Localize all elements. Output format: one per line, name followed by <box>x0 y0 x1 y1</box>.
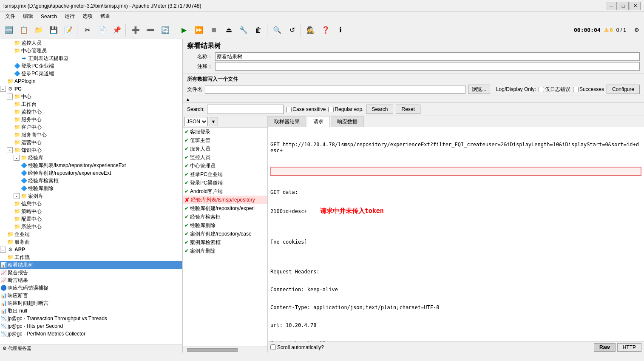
window-controls[interactable]: ─ □ ✕ <box>606 2 641 10</box>
start-button[interactable]: ▶ <box>177 23 191 37</box>
tree-node-peizhi[interactable]: 📁 配置中心 <box>0 215 182 223</box>
case-sensitive-checkbox[interactable] <box>286 107 292 112</box>
tree-node-response-assertion[interactable]: 📊 响应断言 <box>0 292 182 299</box>
tree-node-jpgc-throughput[interactable]: 📉 jp@gc - Transaction Throughput vs Thre… <box>0 315 182 322</box>
reset-search-button[interactable]: ↺ <box>285 23 299 37</box>
tree-node-jpgc-perfmon[interactable]: 📉 jp@gc - PerfMon Metrics Collector <box>0 330 182 338</box>
tree-node-pc[interactable]: - ⚙ PC <box>0 85 182 93</box>
regex-checkbox[interactable] <box>328 107 334 112</box>
menu-options[interactable]: 选项 <box>79 12 96 21</box>
tree-node-zhongxinguanliyuan[interactable]: 📁 中心管理员 <box>0 47 182 54</box>
list-item-android[interactable]: ✔ Android客户端 <box>183 187 267 196</box>
paste-button[interactable]: 📌 <box>110 23 124 37</box>
new-button[interactable]: 🆕 <box>2 23 16 37</box>
test-plan-tree[interactable]: 📁 监控人员 📁 中心管理员 ➡ 正则表达式提取器 🔷 登录PC企业端 🔷 <box>0 39 182 344</box>
tree-node-regex[interactable]: ➡ 正则表达式提取器 <box>0 54 182 62</box>
menu-help[interactable]: 帮助 <box>97 12 114 21</box>
successes-checkbox[interactable] <box>573 87 579 92</box>
list-item-anli-create[interactable]: ✔ 案例库创建/repository/case <box>183 230 267 238</box>
list-item-jingyanku-list-err[interactable]: ✘ 经验库列表/lsmsp/repository <box>183 196 267 204</box>
list-hscroll[interactable] <box>183 347 267 352</box>
search-input[interactable] <box>207 105 284 114</box>
remote-button[interactable]: ⚙ <box>631 25 642 36</box>
stop-button[interactable]: ⏹ <box>207 23 221 37</box>
tree-node-app[interactable]: - ⚙ APP <box>0 246 182 253</box>
tree-node-jingyanku-create[interactable]: 🔷 经验库创建/repository/experienceExt <box>0 169 182 177</box>
file-input[interactable] <box>205 85 465 94</box>
info-button[interactable]: ℹ <box>333 23 348 37</box>
toggle-button[interactable]: 🔄 <box>158 23 173 37</box>
tree-node-jingyanku-search[interactable]: 🔷 经验库检索框 <box>0 177 182 185</box>
scroll-up-icon[interactable]: ▲ <box>185 97 190 102</box>
clear-all-button[interactable]: 🗑 <box>251 23 266 37</box>
tree-node-pcqiye[interactable]: 🔷 登录PC企业端 <box>0 62 182 70</box>
tree-node-jiankonghongxin[interactable]: 📁 监控中心 <box>0 108 182 116</box>
tab-sampler-result[interactable]: 取样器结果 <box>268 116 306 127</box>
tree-node-jiankongrenyuan[interactable]: 📁 监控人员 <box>0 39 182 47</box>
tree-node-jpgc-hits[interactable]: 📉 jp@gc - Hits per Second <box>0 322 182 330</box>
tree-node-fuwushang[interactable]: 📁 服务商中心 <box>0 131 182 139</box>
list-item-fuwurenyuan[interactable]: ✔ 服务人员 <box>183 145 267 153</box>
browse-button[interactable]: 浏览... <box>468 85 490 94</box>
copy-button[interactable]: 📄 <box>95 23 109 37</box>
tree-expander[interactable]: - <box>7 94 13 99</box>
tree-node-assertion[interactable]: 📈 断言结果 <box>0 276 182 284</box>
menu-edit[interactable]: 编辑 <box>20 12 37 21</box>
list-item-pcqiye2[interactable]: ✔ 登录PC企业端 <box>183 170 267 179</box>
maximize-button[interactable]: □ <box>618 2 629 10</box>
start-no-pause-button[interactable]: ⏩ <box>192 23 206 37</box>
tab-response-data[interactable]: 响应数据 <box>331 116 364 127</box>
clear-button[interactable]: 🔧 <box>236 23 251 37</box>
tree-node-zhongxin[interactable]: - 📁 中心 <box>0 93 182 100</box>
successes-checkbox-label[interactable]: Successes <box>573 86 604 92</box>
proxy-server-button[interactable]: ⚙ 代理服务器 <box>3 345 31 352</box>
tree-expander[interactable]: - <box>14 193 20 199</box>
list-item-kefudenglu[interactable]: ✔ 客服登录 <box>183 128 267 136</box>
search-button[interactable]: Search <box>366 105 393 114</box>
configure-button[interactable]: Configure <box>607 85 640 94</box>
tree-node-jingyanku-delete[interactable]: 🔷 经验库删除 <box>0 185 182 192</box>
tree-node-yunyingzhongxin[interactable]: 📁 运营中心 <box>0 139 182 146</box>
list-item-zhongxinguanliyuan2[interactable]: ✔ 中心管理员 <box>183 162 267 170</box>
open-button[interactable]: 📁 <box>31 23 46 37</box>
tree-node-gongzuoliu[interactable]: 📁 工作流 <box>0 253 182 261</box>
format-select[interactable]: JSON XML HTML Text <box>184 117 208 126</box>
menu-run[interactable]: 运行 <box>61 12 78 21</box>
save-button[interactable]: 💾 <box>46 23 61 37</box>
format-expand-btn[interactable]: ▼ <box>209 117 218 126</box>
tree-node-gongzuotai[interactable]: 📁 工作台 <box>0 100 182 108</box>
list-item-pcqudao2[interactable]: ✔ 登录PC渠道端 <box>183 179 267 187</box>
tree-node-jingyanku[interactable]: - 📁 经验库 <box>0 154 182 162</box>
spy-button[interactable]: 🕵 <box>304 23 318 37</box>
list-item-anli-search[interactable]: ✔ 案例库检索框 <box>183 238 267 247</box>
tree-expander[interactable]: - <box>7 147 13 153</box>
tree-expander[interactable]: - <box>0 247 6 253</box>
name-input[interactable] <box>215 52 640 61</box>
save-as-button[interactable]: 📝 <box>61 23 76 37</box>
reset-button[interactable]: Reset <box>396 105 420 114</box>
tree-node-qiyeduan[interactable]: 📁 企业端 <box>0 230 182 238</box>
expand-button[interactable]: ➕ <box>128 23 143 37</box>
tree-node-timeout-assertion[interactable]: 📊 响应时间超时断言 <box>0 299 182 307</box>
close-button[interactable]: ✕ <box>630 2 641 10</box>
scroll-auto-checkbox[interactable] <box>270 344 276 350</box>
tree-node-fuwushang2[interactable]: 📁 服务商 <box>0 238 182 246</box>
tree-node-celue[interactable]: 📁 策略中心 <box>0 208 182 215</box>
view-raw-button[interactable]: Raw <box>594 343 616 352</box>
tree-expander[interactable]: - <box>0 86 6 92</box>
tree-node-listener-tree[interactable]: 📊 察看结果树 <box>0 261 182 269</box>
list-item-jiankongrenyuan2[interactable]: ✔ 监控人员 <box>183 153 267 162</box>
tree-node-zhishizhongxin[interactable]: - 📁 知识中心 <box>0 146 182 154</box>
errors-only-checkbox[interactable] <box>539 87 544 92</box>
collapse-button[interactable]: ➖ <box>143 23 158 37</box>
list-item-jingyanku-delete2[interactable]: ✔ 经验库删除 <box>183 221 267 230</box>
tree-node-jingyanku-list[interactable]: 🔷 经验库列表/lsmsp/repository/experienceExt <box>0 162 182 169</box>
help-button[interactable]: ❓ <box>318 23 333 37</box>
tree-node-pcqudao[interactable]: 🔷 登录PC渠道端 <box>0 70 182 77</box>
tree-expander[interactable]: - <box>14 155 20 161</box>
shutdown-button[interactable]: ⏏ <box>221 23 236 37</box>
errors-only-checkbox-label[interactable]: 仅日志错误 <box>539 86 570 93</box>
list-item-anli-delete[interactable]: ✔ 案例库删除 <box>183 247 267 255</box>
cut-button[interactable]: ✂ <box>80 23 94 37</box>
comment-input[interactable] <box>215 62 640 71</box>
